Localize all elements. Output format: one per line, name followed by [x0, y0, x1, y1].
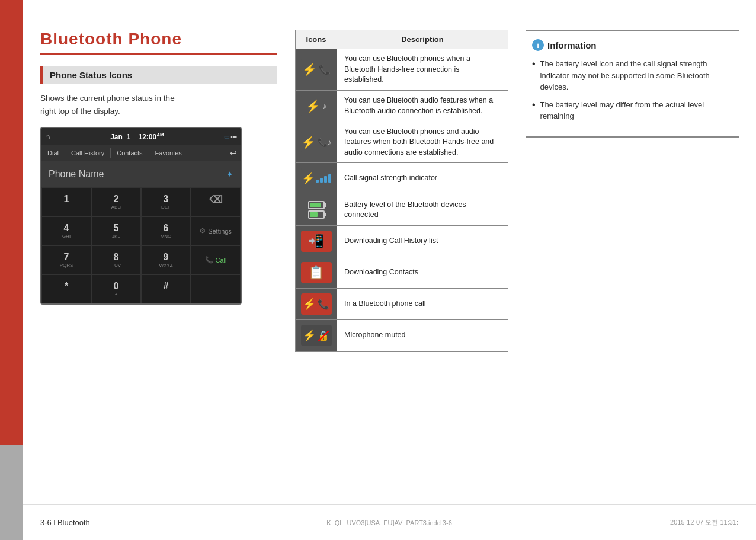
battery-bar-2: [308, 210, 325, 219]
desc-cell-4: Call signal strength indicator: [337, 163, 508, 194]
key-3[interactable]: 3DEF: [141, 187, 191, 216]
desc-cell-1: You can use Bluetooth phones when a Blue…: [337, 49, 508, 91]
signal-bars: [316, 174, 331, 183]
table-row: 📋 Downloading Contacts: [296, 257, 508, 289]
phone-nav-bar: Dial Call History Contacts Favorites ↩: [41, 145, 241, 161]
key-1[interactable]: 1: [41, 187, 91, 216]
table-row: 📲 Downloading Call History list: [296, 226, 508, 257]
call-icon: 📞: [205, 256, 213, 264]
key-hash[interactable]: #: [141, 274, 191, 303]
section-desc: Shows the current phone status in the ri…: [40, 92, 277, 117]
info-bullet-1-text: The battery level icon and the call sign…: [540, 58, 733, 93]
phone-keypad: 1 2ABC 3DEF ⌫ 4GHI 5JKL 6MNO ⚙ Settings …: [41, 187, 241, 303]
bluetooth-icon: ⚡: [302, 62, 317, 76]
nav-favorites: Favorites: [149, 148, 188, 158]
battery-bar-1: [308, 201, 325, 209]
icons-table: Icons Description ⚡ 📞 You can use Blueto…: [295, 30, 508, 352]
table-row: ⚡ ♪ You can use Bluetooth audio features…: [296, 90, 508, 122]
info-bullet-1: • The battery level icon and the call si…: [532, 58, 733, 93]
microphone-muted-icon: 🔒: [318, 330, 329, 341]
dl-history-icon-visual: 📲: [301, 231, 332, 252]
icon-cell-battery: [296, 194, 337, 226]
download-contacts-icon: 📋: [308, 265, 324, 280]
phone-datetime: Jan 1 12:00AM: [53, 132, 220, 141]
key-2[interactable]: 2ABC: [91, 187, 141, 216]
icons-table-section: Icons Description ⚡ 📞 You can use Blueto…: [295, 30, 508, 352]
signal-icon-visual: ⚡: [301, 168, 332, 189]
key-star[interactable]: *: [41, 274, 91, 303]
backspace-key[interactable]: ⌫: [191, 187, 241, 216]
icon-cell-dl-contacts: 📋: [296, 257, 337, 289]
call-key[interactable]: 📞 Call: [191, 245, 241, 274]
left-sidebar-bottom: [0, 445, 23, 540]
bar-4: [328, 174, 331, 183]
info-bullet-2: • The battery level may differ from the …: [532, 99, 733, 122]
table-row: ⚡ 🔒 Microphone muted: [296, 320, 508, 352]
phone-icon: 📞: [319, 64, 331, 75]
phone-name-bar: Phone Name ✦: [41, 161, 241, 187]
icon-cell-mic-muted: ⚡ 🔒: [296, 320, 337, 352]
phone-music-combo-icon: 📞♪: [318, 138, 332, 147]
info-title: Information: [547, 40, 597, 50]
key-0[interactable]: 0+: [91, 274, 141, 303]
desc-cell-6: Downloading Call History list: [337, 226, 508, 257]
bluetooth-icon: ⚡: [306, 99, 321, 113]
battery-stack: [308, 201, 325, 219]
nav-call-history: Call History: [65, 148, 111, 158]
title-underline: [40, 53, 277, 55]
info-bullet-2-text: The battery level may differ from the ac…: [540, 99, 733, 122]
bluetooth-icon: ⚡: [301, 135, 316, 149]
nav-dial: Dial: [45, 148, 65, 158]
page-title: Bluetooth Phone: [40, 30, 277, 49]
key-6[interactable]: 6MNO: [141, 216, 191, 245]
desc-cell-5: Battery level of the Bluetooth devices c…: [337, 194, 508, 226]
desc-cell-3: You can use Bluetooth phones and audio f…: [337, 122, 508, 163]
bluetooth-muted-icon: ⚡: [303, 329, 316, 342]
bullet-dot-1: •: [532, 57, 536, 93]
table-row: ⚡ 📞♪ You can use Bluetooth phones and au…: [296, 122, 508, 163]
active-call-icon: 📞: [318, 299, 329, 310]
key-5[interactable]: 5JKL: [91, 216, 141, 245]
icon-cell-bt-music: ⚡ ♪: [296, 90, 337, 122]
key-empty: [191, 274, 241, 303]
table-row: ⚡ 📞 In a Bluetooth phone call: [296, 289, 508, 320]
desc-cell-9: Microphone muted: [337, 320, 508, 352]
bluetooth-connected-icon: ✦: [226, 170, 233, 179]
icon-cell-dl-history: 📲: [296, 226, 337, 257]
key-7[interactable]: 7PQRS: [41, 245, 91, 274]
bar-3: [324, 176, 327, 183]
key-8[interactable]: 8TUV: [91, 245, 141, 274]
key-9[interactable]: 9WXYZ: [141, 245, 191, 274]
settings-icon: ⚙: [200, 227, 206, 235]
desc-cell-2: You can use Bluetooth audio features whe…: [337, 90, 508, 122]
icon-cell-signal: ⚡: [296, 163, 337, 194]
phone-name-text: Phone Name: [49, 169, 226, 180]
footer-date: 2015-12-07 오전 11:31:: [670, 518, 738, 527]
bar-2: [320, 178, 323, 183]
mic-muted-icon-visual: ⚡ 🔒: [301, 325, 332, 346]
signal-icon: ▪▪▪: [230, 133, 237, 140]
home-icon: ⌂: [45, 132, 50, 141]
bt-phone-music-icon-visual: ⚡ 📞♪: [301, 132, 332, 153]
left-column: Bluetooth Phone Phone Status Icons Shows…: [40, 30, 277, 305]
download-history-icon: 📲: [308, 234, 324, 249]
music-icon: ♪: [322, 101, 327, 111]
info-title-row: i Information: [532, 39, 733, 51]
footer-bar: 3-6 l Bluetooth K_QL_UVO3[USA_EU]AV_PART…: [23, 504, 756, 540]
back-button[interactable]: ↩: [230, 148, 237, 158]
footer-page-number: 3-6 l Bluetooth: [40, 518, 90, 527]
bullet-dot-2: •: [532, 98, 536, 122]
table-row: ⚡ Call signal strength indicator: [296, 163, 508, 194]
icon-cell-bt-phone-music: ⚡ 📞♪: [296, 122, 337, 163]
desc-cell-8: In a Bluetooth phone call: [337, 289, 508, 320]
right-column: i Information • The battery level icon a…: [526, 30, 739, 138]
dl-contacts-icon-visual: 📋: [301, 262, 332, 283]
table-header-desc: Description: [337, 30, 508, 49]
bluetooth-icon-small: ⚡: [302, 172, 315, 185]
settings-key[interactable]: ⚙ Settings: [191, 216, 241, 245]
nav-contacts: Contacts: [111, 148, 149, 158]
bt-phone-icon-visual: ⚡ 📞: [301, 59, 332, 80]
left-sidebar: [0, 0, 23, 540]
key-4[interactable]: 4GHI: [41, 216, 91, 245]
table-row: Battery level of the Bluetooth devices c…: [296, 194, 508, 226]
